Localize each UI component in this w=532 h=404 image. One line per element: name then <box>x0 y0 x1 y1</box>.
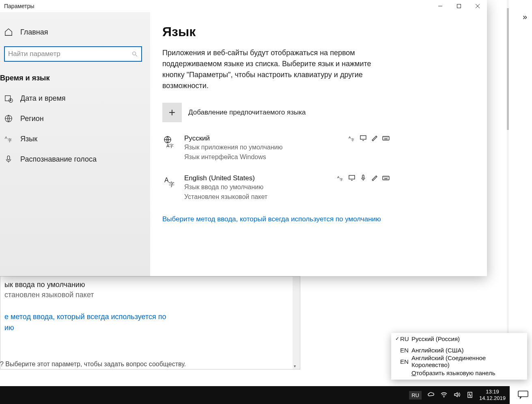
microphone-icon <box>4 155 13 164</box>
settings-window: Параметры Главная Время и язык Дата и вр… <box>0 0 487 276</box>
language-item-russian[interactable]: A字 Русский Язык приложения по умолчанию … <box>162 134 390 162</box>
tray-onedrive-icon[interactable] <box>427 391 435 400</box>
flyout-code: EN <box>400 358 411 365</box>
search-icon <box>131 51 138 57</box>
text-to-speech-icon: A字 <box>337 174 344 181</box>
handwriting-icon <box>371 134 378 142</box>
nav-home[interactable]: Главная <box>0 24 150 40</box>
keyboard-icon <box>382 134 390 142</box>
display-icon <box>348 174 355 181</box>
bg-line1: ык ввода по умолчанию <box>4 281 296 289</box>
home-icon <box>4 28 13 37</box>
svg-rect-24 <box>383 176 389 180</box>
close-button[interactable] <box>468 0 487 12</box>
svg-rect-11 <box>7 156 10 160</box>
nav-label: Регион <box>20 115 44 123</box>
svg-text:A: A <box>164 177 169 184</box>
taskbar-clock[interactable]: 13:19 14.12.2019 <box>479 389 506 401</box>
default-input-link[interactable]: Выберите метод ввода, который всегда исп… <box>162 214 390 225</box>
calendar-clock-icon <box>4 94 13 103</box>
bg-line2: становлен языковой пакет <box>4 291 296 299</box>
overflow-chevron-icon[interactable]: » <box>523 12 527 22</box>
svg-text:A字: A字 <box>166 143 174 148</box>
svg-rect-17 <box>383 136 389 140</box>
nav-label: Язык <box>20 135 37 143</box>
main-content: Язык Приложения и веб-сайты будут отобра… <box>150 12 487 276</box>
text-to-speech-icon: A字 <box>348 134 355 142</box>
add-language-label: Добавление предпочитаемого языка <box>188 108 306 117</box>
svg-rect-22 <box>349 175 355 179</box>
language-features: A字 <box>337 174 390 181</box>
language-sub2: Установлен языковой пакет <box>184 192 267 202</box>
language-sub2: Язык интерфейса Windows <box>184 152 282 162</box>
svg-rect-1 <box>457 4 461 8</box>
taskbar-date: 14.12.2019 <box>479 395 506 402</box>
svg-rect-27 <box>518 391 528 397</box>
taskbar-time: 13:19 <box>479 389 506 395</box>
taskbar-language-indicator[interactable]: RU <box>409 391 422 400</box>
language-globe-icon: A字 <box>162 134 177 149</box>
plus-icon: + <box>162 103 182 122</box>
flyout-item-en-gb[interactable]: EN Английский (Соединенное Королевство) <box>391 356 527 367</box>
nav-home-label: Главная <box>20 28 48 37</box>
window-titlebar: Параметры <box>0 0 487 12</box>
flyout-name: Английский (США) <box>411 347 524 354</box>
display-icon <box>360 134 367 142</box>
svg-point-25 <box>444 397 444 398</box>
language-icon: A字 <box>4 134 13 143</box>
flyout-item-en-us[interactable]: EN Английский (США) <box>391 344 527 356</box>
minimize-button[interactable] <box>431 0 450 12</box>
taskbar: RU 13:19 14.12.2019 <box>0 386 510 404</box>
bg-scrollbar[interactable]: ▾ <box>293 277 300 369</box>
check-icon: ✓ <box>394 336 400 341</box>
flyout-code: RU <box>400 335 411 342</box>
action-center-icon[interactable] <box>517 390 529 401</box>
page-heading: Язык <box>162 24 475 39</box>
background-settings-window: ык ввода по умолчанию становлен языковой… <box>0 276 300 369</box>
add-language-button[interactable]: + Добавление предпочитаемого языка <box>162 103 475 122</box>
language-item-english[interactable]: A字 English (United States) Язык ввода по… <box>162 174 390 202</box>
nav-speech[interactable]: Распознавание голоса <box>0 149 150 169</box>
nav-date-time[interactable]: Дата и время <box>0 88 150 108</box>
language-name: English (United States) <box>184 174 267 182</box>
svg-rect-6 <box>5 96 11 101</box>
handwriting-icon <box>371 174 378 181</box>
tray-power-icon[interactable] <box>466 391 474 400</box>
search-input[interactable] <box>8 50 131 58</box>
svg-rect-23 <box>362 175 364 178</box>
language-sub1: Язык приложения по умолчанию <box>184 143 282 152</box>
globe-icon <box>4 114 13 123</box>
nav-label: Дата и время <box>20 94 66 103</box>
svg-point-4 <box>133 52 136 55</box>
flyout-show-language-bar[interactable]: Отобразить языковую панель <box>391 367 527 380</box>
community-question-text[interactable]: ? Выберите этот параметр, чтобы задать в… <box>0 361 186 368</box>
language-a-icon: A字 <box>162 174 177 189</box>
flyout-name: Английский (Соединенное Королевство) <box>411 354 524 368</box>
tray-volume-icon[interactable] <box>453 391 461 400</box>
bg-link[interactable]: е метод ввода, который всегда использует… <box>4 311 296 333</box>
scroll-down-icon: ▾ <box>294 364 296 368</box>
svg-line-5 <box>136 55 137 56</box>
sidebar: Главная Время и язык Дата и время Регион… <box>0 12 150 276</box>
language-sub1: Язык ввода по умолчанию <box>184 182 267 192</box>
search-box[interactable] <box>4 46 142 62</box>
nav-language[interactable]: A字 Язык <box>0 129 150 149</box>
svg-text:字: 字 <box>8 138 12 143</box>
maximize-button[interactable] <box>450 0 468 12</box>
right-scrollbar[interactable] <box>507 0 509 367</box>
sidebar-category: Время и язык <box>0 74 146 82</box>
language-flyout: ✓ RU Русский (Россия) EN Английский (США… <box>391 333 527 380</box>
language-features: A字 <box>348 134 390 142</box>
window-title: Параметры <box>0 3 34 9</box>
nav-region[interactable]: Регион <box>0 108 150 129</box>
tray-wifi-icon[interactable] <box>440 391 448 400</box>
flyout-item-ru[interactable]: ✓ RU Русский (Россия) <box>391 333 527 344</box>
svg-rect-16 <box>360 136 366 139</box>
page-description: Приложения и веб-сайты будут отображатьс… <box>162 48 390 91</box>
svg-text:A: A <box>5 136 8 140</box>
svg-text:字: 字 <box>340 178 343 181</box>
flyout-name: Русский (Россия) <box>411 335 524 342</box>
right-scrollbar-thumb[interactable] <box>507 8 509 130</box>
flyout-showbar-accel: О <box>411 369 416 376</box>
language-name: Русский <box>184 134 282 143</box>
